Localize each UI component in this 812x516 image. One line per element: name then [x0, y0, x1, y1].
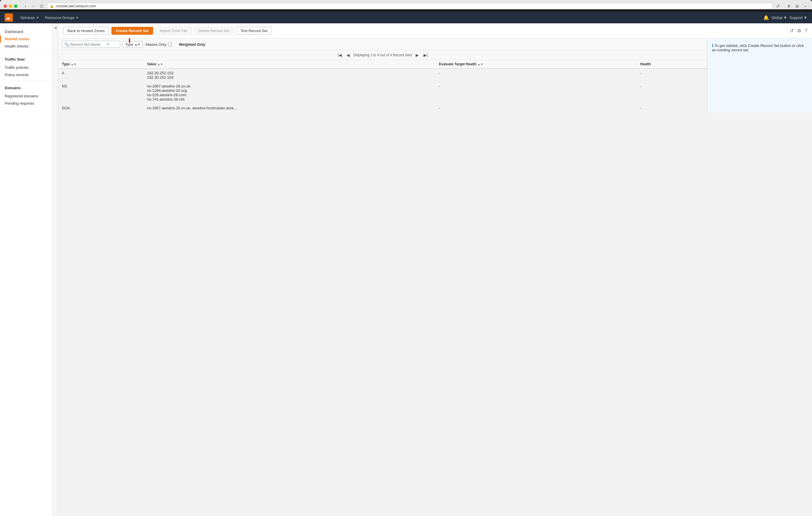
- maximize-button[interactable]: [14, 4, 18, 8]
- type-chevron-icon: ▲▼: [135, 43, 140, 46]
- test-record-set-button[interactable]: Test Record Set: [236, 27, 272, 35]
- right-panel-text: To get started, click Create Record Set …: [712, 43, 804, 52]
- filter-bar-wrapper: 🔍 ✕ Type ▲▼ Aliases Only: [58, 38, 707, 51]
- sidebar-item-registered-domains[interactable]: Registered domains: [0, 92, 52, 100]
- sidebar-section-traffic-flow: Traffic flow: [0, 55, 52, 64]
- row-type: A: [58, 68, 144, 82]
- table-header-row: Type ▲▼ Value ▲▼ Evaluate Target Health …: [58, 60, 707, 68]
- table-row[interactable]: SOA ns-1667.awsdns-16.co.uk. awsdns-host…: [58, 104, 707, 113]
- sidebar-item-policy-records[interactable]: Policy records: [0, 71, 52, 79]
- sidebar-item-traffic-policies[interactable]: Traffic policies: [0, 64, 52, 71]
- help-icon[interactable]: ?: [805, 28, 807, 33]
- sidebar: Dashboard Hosted zones Health checks Tra…: [0, 23, 53, 516]
- col-evaluate[interactable]: Evaluate Target Health ▲▼: [435, 60, 637, 68]
- main-layout: Dashboard Hosted zones Health checks Tra…: [0, 23, 812, 516]
- type-sort-icon: ▲▼: [70, 63, 77, 66]
- right-panel-content: ℹ To get started, click Create Record Se…: [712, 43, 807, 52]
- support-menu[interactable]: Support ▼: [789, 16, 807, 20]
- reload-button[interactable]: ↺: [775, 3, 781, 9]
- row-type: NS: [58, 82, 144, 104]
- right-panel: ℹ To get started, click Create Record Se…: [707, 38, 812, 113]
- col-value[interactable]: Value ▲▼: [144, 60, 435, 68]
- tab-view-button[interactable]: ⊡: [38, 3, 45, 9]
- svg-text:☁: ☁: [6, 16, 10, 20]
- sidebar-item-health-checks[interactable]: Health checks: [0, 42, 52, 50]
- url-text: console.aws.amazon.com: [56, 4, 96, 8]
- sidebar-section-domains: Domains: [0, 83, 52, 92]
- resource-groups-chevron-icon: ▼: [76, 16, 79, 19]
- table-row[interactable]: NS ns-1667.awsdns-16.co.uk. ns-1284.awsd…: [58, 82, 707, 104]
- row-evaluate: -: [435, 68, 637, 82]
- content-area: Back to Hosted Zones Create Record Set I…: [58, 23, 812, 516]
- new-tab-button[interactable]: +: [802, 3, 809, 9]
- topbar-right: 🔔 Global ▼ Support ▼: [763, 15, 807, 21]
- settings-icon[interactable]: ⚙: [797, 28, 801, 33]
- collapse-icon: ◀: [54, 26, 57, 30]
- aliases-only-label: Aliases Only: [145, 42, 172, 47]
- records-table: Type ▲▼ Value ▲▼ Evaluate Target Health …: [58, 60, 707, 113]
- traffic-lights: [3, 4, 18, 8]
- search-icon: 🔍: [64, 42, 69, 47]
- evaluate-sort-icon: ▲▼: [477, 63, 483, 66]
- row-type: SOA: [58, 104, 144, 113]
- delete-record-set-button[interactable]: Delete Record Set: [194, 27, 234, 35]
- last-page-button[interactable]: ▶|: [422, 52, 429, 58]
- aws-logo[interactable]: ☁: [5, 13, 13, 22]
- row-health: -: [637, 68, 707, 82]
- pagination-bar: |◀ ◀ Displaying 1 to 4 out of 4 Record S…: [58, 51, 707, 60]
- value-sort-icon: ▲▼: [157, 63, 163, 66]
- global-menu[interactable]: Global ▼: [772, 16, 787, 20]
- back-to-hosted-zones-button[interactable]: Back to Hosted Zones: [63, 27, 109, 35]
- col-type[interactable]: Type ▲▼: [58, 60, 144, 68]
- share-button[interactable]: ⬆: [786, 3, 792, 9]
- toolbar: Back to Hosted Zones Create Record Set I…: [58, 23, 812, 38]
- resource-groups-menu[interactable]: Resource Groups ▼: [42, 16, 82, 20]
- sidebar-item-hosted-zones[interactable]: Hosted zones: [0, 35, 52, 42]
- refresh-icon[interactable]: ↺: [790, 28, 794, 33]
- filter-bar: 🔍 ✕ Type ▲▼ Aliases Only: [58, 38, 707, 51]
- pagination-text: Displaying 1 to 4 out of 4 Record Sets: [353, 53, 412, 57]
- lock-icon: 🔒: [50, 4, 54, 8]
- import-zone-file-button[interactable]: Import Zone File: [155, 27, 192, 35]
- sidebar-toggle[interactable]: ◀: [53, 23, 58, 516]
- first-page-button[interactable]: |◀: [337, 52, 343, 58]
- browser-nav: ‹ ›: [22, 3, 36, 9]
- aliases-only-checkbox[interactable]: [168, 42, 172, 47]
- sidebar-item-dashboard[interactable]: Dashboard: [0, 28, 52, 35]
- record-set-name-input[interactable]: [70, 42, 105, 47]
- browser-actions: ⬆ ⊞ +: [786, 3, 809, 9]
- services-chevron-icon: ▼: [36, 16, 39, 19]
- row-evaluate: -: [435, 82, 637, 104]
- row-value: 192.30.252.153 192.30.252.154: [144, 68, 435, 82]
- type-select[interactable]: Type ▲▼: [122, 41, 143, 48]
- search-wrapper: 🔍 ✕: [62, 41, 120, 48]
- row-evaluate: -: [435, 104, 637, 113]
- row-health: -: [637, 104, 707, 113]
- bell-icon[interactable]: 🔔: [763, 15, 769, 21]
- back-nav-button[interactable]: ‹: [22, 3, 29, 9]
- row-value: ns-1667.awsdns-16.co.uk. awsdns-hostmast…: [144, 104, 435, 113]
- prev-page-button[interactable]: ◀: [345, 52, 351, 58]
- search-clear-icon[interactable]: ✕: [107, 42, 110, 47]
- sidebar-wrapper: Dashboard Hosted zones Health checks Tra…: [0, 23, 58, 516]
- minimize-button[interactable]: [9, 4, 12, 8]
- table-section: 🔍 ✕ Type ▲▼ Aliases Only: [58, 38, 707, 113]
- resize-button[interactable]: ⊞: [794, 3, 800, 9]
- row-value: ns-1667.awsdns-16.co.uk. ns-1284.awsdns-…: [144, 82, 435, 104]
- weighted-only-section: Weighted Only: [179, 42, 205, 47]
- close-button[interactable]: [3, 4, 7, 8]
- topbar: ☁ Services ▼ Resource Groups ▼ 🔔 Global …: [0, 12, 812, 23]
- weighted-only-badge: Weighted Only: [179, 42, 205, 47]
- sidebar-item-pending-requests[interactable]: Pending requests: [0, 100, 52, 107]
- forward-nav-button[interactable]: ›: [30, 3, 36, 9]
- row-health: -: [637, 82, 707, 104]
- create-record-set-button[interactable]: Create Record Set: [111, 27, 153, 35]
- col-health[interactable]: Health: [637, 60, 707, 68]
- services-menu[interactable]: Services ▼: [18, 16, 42, 20]
- global-chevron-icon: ▼: [783, 16, 787, 20]
- next-page-button[interactable]: ▶: [414, 52, 420, 58]
- toolbar-icons: ↺ ⚙ ?: [790, 28, 807, 33]
- table-row[interactable]: A 192.30.252.153 192.30.252.154 - -: [58, 68, 707, 82]
- support-chevron-icon: ▼: [804, 16, 807, 20]
- address-bar[interactable]: 🔒 console.aws.amazon.com: [47, 3, 772, 9]
